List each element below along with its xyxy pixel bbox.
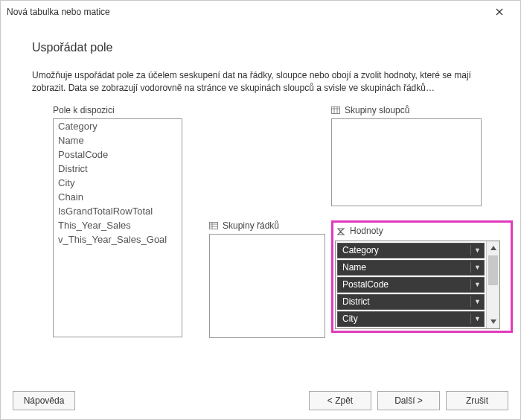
- chevron-up-icon: [490, 246, 496, 250]
- values-inner: Category ▼ Name ▼ PostalCode ▼: [335, 241, 509, 329]
- values-item-label: PostalCode: [342, 279, 470, 290]
- row-groups-group: Skupiny řádků: [209, 220, 325, 338]
- dropdown-icon[interactable]: ▼: [470, 279, 481, 290]
- values-item-label: Name: [342, 262, 470, 273]
- scroll-down-button[interactable]: [487, 315, 499, 328]
- svg-rect-6: [210, 222, 218, 229]
- values-listbox[interactable]: Category ▼ Name ▼ PostalCode ▼: [335, 241, 500, 329]
- list-item[interactable]: Category: [54, 119, 182, 133]
- values-item[interactable]: City ▼: [337, 311, 485, 327]
- window-title: Nová tabulka nebo matice: [7, 7, 485, 17]
- available-fields-listbox[interactable]: Category Name PostalCode District City C…: [53, 118, 182, 337]
- column-groups-group: Skupiny sloupců: [331, 105, 482, 206]
- close-button[interactable]: [485, 1, 514, 22]
- values-item[interactable]: PostalCode ▼: [337, 277, 485, 293]
- row-groups-label-text: Skupiny řádků: [223, 220, 279, 231]
- cancel-button[interactable]: Zrušit: [446, 391, 508, 410]
- values-item[interactable]: [337, 328, 485, 329]
- list-item[interactable]: PostalCode: [54, 147, 182, 162]
- list-item[interactable]: District: [54, 162, 182, 176]
- values-group: Hodnoty Category ▼ Name ▼: [331, 220, 513, 333]
- available-fields-label: Pole k dispozici: [53, 105, 182, 115]
- content-area: Uspořádat pole Umožňuje uspořádat pole z…: [1, 23, 520, 382]
- values-item-label: Category: [342, 245, 470, 255]
- help-button[interactable]: Nápověda: [13, 391, 75, 410]
- row-groups-label: Skupiny řádků: [209, 220, 325, 231]
- dialog-footer: Nápověda < Zpět Další > Zrušit: [1, 382, 520, 419]
- values-scrollbar[interactable]: [486, 241, 499, 328]
- values-label-text: Hodnoty: [350, 226, 383, 236]
- table-icon: [209, 222, 218, 229]
- scroll-track[interactable]: [487, 286, 499, 315]
- values-highlight-box: Hodnoty Category ▼ Name ▼: [331, 220, 513, 333]
- values-rows: Category ▼ Name ▼ PostalCode ▼: [336, 241, 486, 329]
- values-item[interactable]: Name ▼: [337, 260, 485, 276]
- close-icon: [496, 8, 503, 16]
- list-item[interactable]: IsGrandTotalRowTotal: [54, 204, 182, 218]
- available-fields-group: Pole k dispozici Category Name PostalCod…: [53, 105, 182, 337]
- sigma-icon: [336, 227, 345, 235]
- values-label: Hodnoty: [336, 226, 509, 236]
- dropdown-icon[interactable]: ▼: [470, 314, 481, 324]
- values-item-label: City: [342, 314, 470, 324]
- list-item[interactable]: Name: [54, 133, 182, 147]
- titlebar: Nová tabulka nebo matice: [1, 1, 520, 23]
- dropdown-icon[interactable]: ▼: [470, 296, 481, 307]
- row-groups-listbox[interactable]: [209, 234, 325, 338]
- values-item-label: District: [342, 296, 470, 307]
- dialog-window: Nová tabulka nebo matice Uspořádat pole …: [0, 0, 521, 420]
- list-item[interactable]: This_Year_Sales: [54, 218, 182, 232]
- column-groups-label: Skupiny sloupců: [331, 105, 482, 115]
- values-item[interactable]: District ▼: [337, 294, 485, 310]
- table-icon: [331, 106, 340, 114]
- next-button[interactable]: Další >: [377, 391, 440, 410]
- dropdown-icon[interactable]: ▼: [470, 245, 481, 255]
- dropdown-icon[interactable]: ▼: [470, 262, 481, 273]
- layout-area: Pole k dispozici Category Name PostalCod…: [22, 105, 499, 351]
- list-item[interactable]: City: [54, 176, 182, 190]
- column-groups-label-text: Skupiny sloupců: [345, 105, 409, 115]
- chevron-down-icon: [490, 319, 496, 324]
- scroll-up-button[interactable]: [487, 241, 499, 255]
- column-groups-listbox[interactable]: [331, 118, 482, 206]
- values-item[interactable]: Category ▼: [337, 243, 485, 258]
- list-item[interactable]: Chain: [54, 190, 182, 204]
- list-item[interactable]: v_This_Year_Sales_Goal: [54, 232, 182, 246]
- svg-rect-2: [332, 106, 340, 113]
- scroll-thumb[interactable]: [488, 255, 498, 285]
- back-button[interactable]: < Zpět: [309, 391, 371, 410]
- description-text: Umožňuje uspořádat pole za účelem seskup…: [32, 69, 492, 95]
- page-heading: Uspořádat pole: [32, 41, 499, 54]
